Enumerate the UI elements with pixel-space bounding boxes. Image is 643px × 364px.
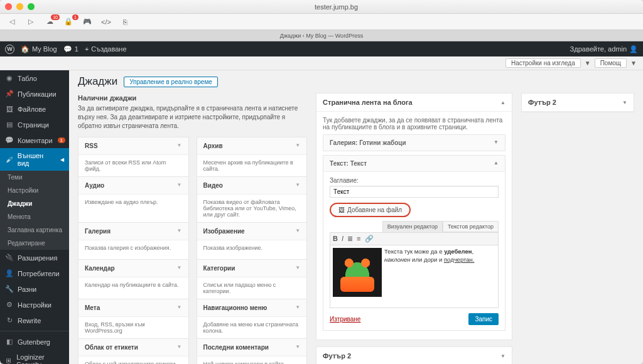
available-widget[interactable]: Изображение ▼Показва изображение. [197, 222, 308, 260]
available-widget[interactable]: Облак от етикети ▼Облак с най-използвани… [78, 338, 189, 364]
widget-desc: Извеждане на аудио плеър. [78, 195, 188, 213]
available-widget[interactable]: Видео ▼Показва видео от файловата библио… [197, 176, 308, 223]
admin-sidebar: ◉Табло 📌Публикации 🖼Файлове ▤Страници 💬К… [0, 70, 69, 364]
available-widget[interactable]: RSS ▼Записи от всеки RSS или Atom фийд. [78, 137, 189, 177]
widget-text: Текст: Текст▲ Заглавие: 🖼Добавяне на фай… [323, 155, 505, 331]
main-content: Джаджи Управление в реално време Налични… [69, 70, 643, 364]
widget-name: Календар ▼ [78, 260, 188, 277]
widget-name: RSS ▼ [78, 137, 188, 155]
widget-desc: Най-новите коментари в сайта. [197, 356, 307, 364]
available-widget[interactable]: Навигационно меню ▼Добавяне на меню към … [197, 299, 308, 339]
widget-desc: Показва видео от файловата библиотека ил… [197, 195, 307, 222]
widget-desc: Списък или падащо меню с категории. [197, 277, 307, 299]
menu-tools[interactable]: 🔧Разни [0, 281, 69, 297]
shield-icon: ⛨ [5, 357, 13, 364]
frog-image [333, 248, 382, 297]
widget-name: Последни коментари ▼ [197, 339, 307, 356]
add-file-button[interactable]: 🖼Добавяне на файл [330, 203, 411, 217]
pin-icon: 📌 [5, 90, 14, 98]
manage-realtime-button[interactable]: Управление в реално време [124, 77, 218, 87]
available-widget[interactable]: Календар ▼Календар на публикациите в сай… [78, 259, 189, 299]
menu-dashboard[interactable]: ◉Табло [0, 70, 69, 86]
menu-posts[interactable]: 📌Публикации [0, 86, 69, 102]
code-icon[interactable]: </> [99, 16, 113, 28]
back-icon[interactable]: ◁ [5, 16, 19, 28]
footer2-mid-panel[interactable]: Футър 2▼ [316, 346, 512, 364]
new-content[interactable]: + Създаване [85, 45, 127, 53]
link-button[interactable]: 🔗 [365, 235, 374, 243]
visual-tab[interactable]: Визуален редактор [382, 221, 443, 232]
menu-rewrite[interactable]: ↻Rewrite [0, 313, 69, 328]
maximize-window[interactable] [28, 3, 35, 10]
available-widget[interactable]: Галерия ▼Показва галерия с изображения. [78, 222, 189, 260]
available-widget[interactable]: Последни коментари ▼Най-новите коментари… [197, 338, 308, 364]
media-icon: 🖼 [338, 206, 345, 213]
save-button[interactable]: Запис [468, 313, 499, 325]
brush-icon: 🖌 [5, 156, 14, 163]
window-titlebar: tester.jump.bg [0, 0, 643, 14]
comments-link[interactable]: 💬 1 [63, 45, 78, 53]
sidebar-area-header[interactable]: Странична лента на блога▲ [316, 94, 512, 112]
wrench-icon: 🔧 [5, 285, 14, 293]
menu-gutenberg[interactable]: ◧Gutenberg [0, 334, 69, 350]
howdy-user[interactable]: Здравейте, admin 👤 [570, 45, 638, 53]
widget-text-header[interactable]: Текст: Текст▲ [323, 156, 505, 171]
widget-title-input[interactable] [330, 186, 499, 198]
available-widget[interactable]: Мета ▼Вход, RSS, връзки към WordPress.or… [78, 299, 189, 339]
widget-desc: Вход, RSS, връзки към WordPress.org [78, 317, 188, 338]
menu-plugins[interactable]: 🔌Разширения [0, 250, 69, 265]
submenu-menus[interactable]: Менюта [0, 210, 69, 223]
menu-users[interactable]: 👤Потребители [0, 265, 69, 281]
menu-pages[interactable]: ▤Страници [0, 117, 69, 132]
widget-desc: Календар на публикациите в сайта. [78, 277, 188, 296]
submenu-themes[interactable]: Теми [0, 171, 69, 184]
plugin-icon: 🔌 [5, 254, 14, 262]
footer2-right-panel[interactable]: Футър 2▼ [521, 93, 634, 112]
available-widget[interactable]: Категории ▼Списък или падащо меню с кате… [197, 259, 308, 299]
widget-name: Галерия ▼ [78, 223, 188, 240]
wp-adminbar: W 🏠 My Blog 💬 1 + Създаване Здравейте, a… [0, 41, 643, 56]
minimize-window[interactable] [16, 3, 23, 10]
widget-gallery[interactable]: Галерия: Готини жабоци▼ [323, 134, 505, 151]
menu-media[interactable]: 🖼Файлове [0, 102, 69, 117]
delete-link[interactable]: Изтриване [330, 316, 360, 323]
widget-name: Мета ▼ [78, 299, 188, 317]
menu-appearance[interactable]: 🖌Външен вид◀ [0, 148, 69, 171]
close-window[interactable] [5, 3, 12, 10]
available-widgets-desc: За да активирате джаджа, придърпайте я в… [78, 104, 307, 131]
menu-loginizer[interactable]: ⛨Loginizer Security [0, 350, 69, 364]
submenu-customize[interactable]: Настройки [0, 184, 69, 197]
submenu-header[interactable]: Заглавна картинка [0, 223, 69, 237]
chevron-down-icon: ▼ [494, 139, 499, 146]
chevron-left-icon: ◀ [60, 157, 64, 163]
widget-desc: Облак с най-използваните етикети. [78, 356, 188, 364]
number-list-button[interactable]: ≡ [357, 235, 360, 243]
settings-icon[interactable]: ⎘ [118, 16, 132, 28]
available-widget[interactable]: Аудио ▼Извеждане на аудио плеър. [78, 176, 189, 223]
browser-address: tester.jump.bg [35, 3, 638, 11]
forward-icon[interactable]: ▷ [24, 16, 38, 28]
text-tab[interactable]: Текстов редактор [443, 221, 499, 232]
page-title: Джаджи Управление в реално време [78, 75, 634, 88]
browser-tab[interactable]: Джаджи ‹ My Blog — WordPress [0, 30, 643, 41]
bullet-list-button[interactable]: ≣ [347, 235, 353, 243]
notif-icon[interactable]: ☁10 [43, 16, 57, 28]
title-label: Заглавие: [330, 177, 499, 184]
menu-comments[interactable]: 💬Коментари1 [0, 132, 69, 148]
submenu-editor[interactable]: Редактиране [0, 237, 69, 250]
bold-button[interactable]: B [333, 235, 338, 243]
editor-content[interactable]: Текста тук може да е удебелен, наклонен … [330, 245, 499, 308]
help-button[interactable]: Помощ [595, 58, 627, 68]
menu-settings[interactable]: ⚙Настройки [0, 297, 69, 313]
submenu-widgets[interactable]: Джаджи [0, 197, 69, 210]
italic-button[interactable]: I [342, 235, 343, 243]
available-widget[interactable]: Архив ▼Месечен архив на публикациите в с… [197, 137, 308, 177]
editor-sample-text: Текста тук може да е удебелен, наклонен … [384, 248, 495, 264]
site-link[interactable]: 🏠 My Blog [21, 45, 57, 53]
block-icon: ◧ [5, 338, 14, 346]
gamepad-icon[interactable]: 🎮 [80, 16, 94, 28]
lock-icon[interactable]: 🔒1 [62, 16, 75, 28]
widget-desc: Записи от всеки RSS или Atom фийд. [78, 155, 188, 176]
screen-options-button[interactable]: Настройки на изгледа [505, 58, 581, 68]
wp-logo-icon[interactable]: W [5, 45, 14, 54]
